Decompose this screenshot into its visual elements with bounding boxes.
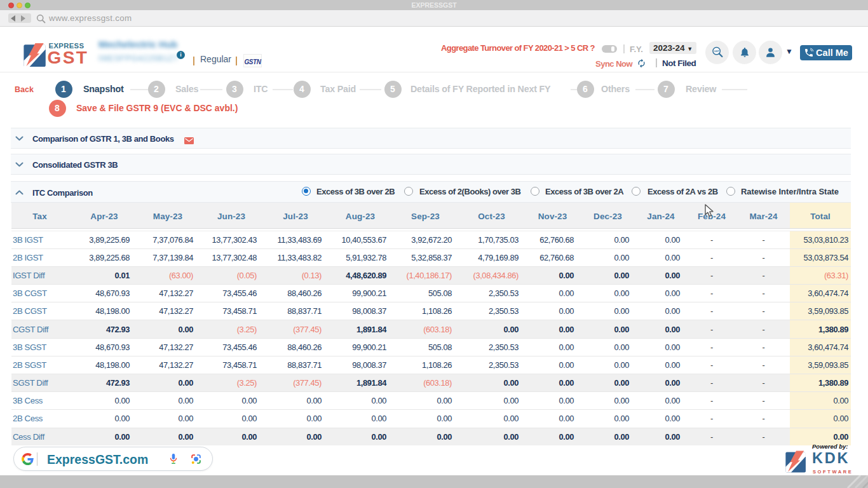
- svg-text:GST: GST: [714, 50, 719, 53]
